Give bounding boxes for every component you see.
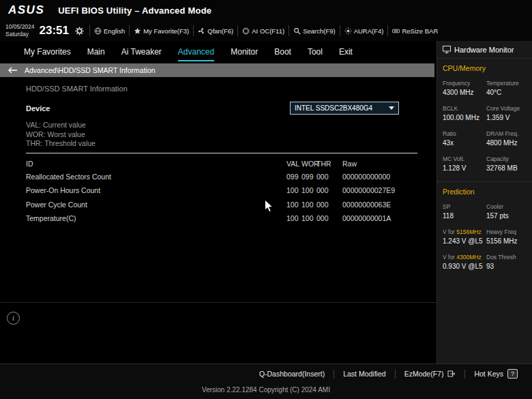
col-id: ID [26,160,286,168]
section-cpu-memory: CPU/Memory Frequency 4300 MHz Temperatur… [437,64,532,172]
tab-main[interactable]: Main [87,47,105,61]
toolbar-label: Search(F9) [303,27,336,35]
main-menu: My Favorites Main Ai Tweaker Advanced Mo… [0,41,437,61]
table-row: Reallocated Sectors Count 099 099 000 00… [26,170,437,184]
caret-down-icon [389,106,394,110]
content-bottom-divider [0,302,437,303]
footer-bar: Q-Dashboard(Insert) Last Modified EzMode… [0,364,532,399]
device-select-value: INTEL SSDSC2BX480G4 [295,104,372,112]
main-panel: My Favorites Main Ai Tweaker Advanced Mo… [0,41,437,364]
tab-exit[interactable]: Exit [339,47,353,61]
stat-v-for-5156: V for 5156MHz 1.243 V @L5 [443,228,486,245]
smart-info-content: HDD/SSD SMART Information Device INTEL S… [0,85,437,226]
toolbar-item-ai-oc[interactable]: AI OC(F11) [237,25,289,36]
toolbar-item-qfan[interactable]: Qfan(F6) [193,25,237,36]
toolbar-item-resize-bar[interactable]: ReSize BAR [387,25,442,36]
toolbar-label: English [104,27,125,35]
version-text: Version 2.22.1284 Copyright (C) 2024 AMI [0,386,532,394]
search-icon [293,27,301,35]
tab-ai-tweaker[interactable]: Ai Tweaker [121,47,162,61]
table-divider [26,153,417,153]
asus-logo: ASUS [8,3,44,17]
resize-bar-icon [392,27,400,35]
table-row: Power Cycle Count 100 100 000 0000000006… [26,198,437,212]
ai-oc-icon [242,27,250,35]
row-id: Power Cycle Count [26,201,286,209]
toolbar-label: AURA(F4) [354,27,384,35]
row-raw: 00000000027E9 [342,186,437,194]
row-wor: 100 [301,214,316,222]
ezmode-icon [447,370,456,378]
stat-ratio: Ratio 43x [443,130,486,147]
stat-v-for-4300: V for 4300MHz 0.930 V @L5 [443,254,486,270]
toolbar-item-aura[interactable]: AURA(F4) [340,25,388,36]
row-val: 099 [286,173,301,181]
stat-heavy-freq: Heavy Freq 5156 MHz [486,228,527,245]
row-wor: 099 [301,173,316,181]
legend-val: VAL: Current value [26,121,437,130]
stat-core-voltage: Core Voltage 1.359 V [486,105,527,121]
hot-keys-label: Hot Keys [474,370,503,378]
stat-bclk: BCLK 100.00 MHz [443,105,486,121]
row-thr: 000 [316,214,342,222]
row-id: Temperature(C) [26,214,286,222]
toolbar-item-my-favorite[interactable]: My Favorite(F3) [129,25,193,36]
tab-boot[interactable]: Boot [274,47,291,61]
tab-advanced[interactable]: Advanced [178,47,214,61]
language-globe-icon [94,27,102,35]
hardware-monitor-header: Hardware Monitor [437,41,532,59]
cpu-memory-title: CPU/Memory [443,64,527,72]
smart-legend: VAL: Current value WOR: Worst value THR:… [26,121,437,149]
prediction-title: Prediction [443,188,527,196]
breadcrumb-path: Advanced\HDD/SSD SMART Information [25,66,156,74]
hot-keys-button[interactable]: Hot Keys ? [465,369,527,379]
qdashboard-label: Q-Dashboard(Insert) [259,370,325,378]
tab-my-favorites[interactable]: My Favorites [24,47,71,61]
row-raw: 00000000001A [342,214,437,222]
row-val: 100 [286,214,301,222]
back-arrow-icon[interactable] [8,67,18,74]
legend-wor: WOR: Worst value [26,130,437,140]
stat-dos-thresh: Dos Thresh 93 [486,254,527,270]
qfan-icon [198,27,205,35]
stat-dram-freq: DRAM Freq. 4800 MHz [486,130,527,147]
row-thr: 000 [316,186,342,194]
my-favorite-icon [134,27,141,35]
stat-mc-volt: MC Volt. 1.128 V [443,156,486,172]
toolbar-label: ReSize BAR [402,27,438,35]
settings-gear-button[interactable] [75,27,84,35]
tab-tool[interactable]: Tool [308,47,323,61]
last-modified-button[interactable]: Last Modified [334,370,394,378]
toolbar-item-english[interactable]: English [89,25,129,36]
stat-temperature: Temperature 40°C [486,80,527,96]
toolbar-item-search[interactable]: Search(F9) [289,25,340,36]
date-text: 10/05/2024 [5,23,35,31]
bios-screen: ASUS UEFI BIOS Utility – Advanced Mode 1… [0,0,532,399]
monitor-icon [443,46,451,53]
utility-bar: 10/05/2024 Saturday 23:51 English My Fav… [0,20,532,41]
qdashboard-button[interactable]: Q-Dashboard(Insert) [250,370,334,378]
tab-monitor[interactable]: Monitor [231,47,258,61]
toolbar-label: My Favorite(F3) [143,27,189,35]
legend-thr: THR: Threshold value [26,139,437,149]
col-val: VAL [286,160,301,168]
info-icon: i [7,312,20,325]
row-thr: 000 [316,173,342,181]
row-wor: 100 [301,186,316,194]
device-select[interactable]: INTEL SSDSC2BX480G4 [290,102,399,115]
row-id: Reallocated Sectors Count [26,173,286,181]
day-text: Saturday [5,31,35,38]
table-header: ID VAL WOR THR Raw [26,158,437,170]
table-row: Temperature(C) 100 100 000 00000000001A [26,211,437,226]
last-modified-label: Last Modified [343,370,385,378]
title-bar: ASUS UEFI BIOS Utility – Advanced Mode [0,0,532,20]
col-wor: WOR [301,160,316,168]
date-display: 10/05/2024 Saturday [5,23,35,38]
row-raw: 000000000000 [342,173,437,181]
hardware-monitor-title: Hardware Monitor [454,46,514,54]
row-raw: 00000000063E [342,201,437,209]
ezmode-button[interactable]: EzMode(F7) [396,370,465,378]
row-id: Power-On Hours Count [26,186,286,194]
aura-icon [344,27,352,35]
app-title: UEFI BIOS Utility – Advanced Mode [58,5,211,16]
